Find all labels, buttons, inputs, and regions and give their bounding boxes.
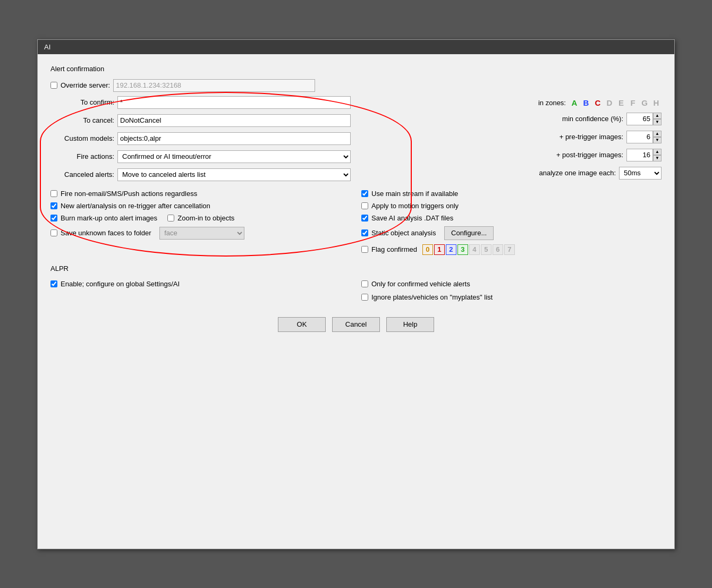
analyze-label: analyze one image each: xyxy=(539,169,616,177)
flag-confirmed-label: Flag confirmed xyxy=(371,245,417,253)
new-alert-checkbox[interactable] xyxy=(50,202,57,209)
min-confidence-row: min confidence (%): ▲ ▼ xyxy=(361,113,662,125)
flag-num-1: 1 xyxy=(434,244,445,255)
fire-actions-select[interactable]: Confirmed or AI timeout/error xyxy=(117,150,351,163)
alpr-only-confirmed-row: Only for confirmed vehicle alerts xyxy=(361,279,662,289)
alpr-enable-label: Enable; configure on global Settings/AI xyxy=(61,280,180,288)
alpr-ignore-plates-checkbox[interactable] xyxy=(361,294,368,301)
post-trigger-input[interactable] xyxy=(626,149,653,161)
use-main-stream-checkbox[interactable] xyxy=(361,190,368,197)
zone-e: E xyxy=(616,98,626,107)
canceled-alerts-select[interactable]: Move to canceled alerts list xyxy=(117,168,351,181)
static-object-row: Static object analysis Configure... xyxy=(361,225,662,241)
alpr-section: ALPR Enable; configure on global Setting… xyxy=(50,265,662,302)
analyze-select[interactable]: 50ms xyxy=(619,167,662,180)
pre-trigger-up[interactable]: ▲ xyxy=(653,131,662,137)
custom-models-label: Custom models: xyxy=(50,134,114,142)
new-alert-label: New alert/analysis on re-trigger after c… xyxy=(61,202,210,210)
override-server-checkbox[interactable] xyxy=(50,82,57,89)
pre-trigger-row: + pre-trigger images: ▲ ▼ xyxy=(361,131,662,143)
save-unknown-faces-checkbox[interactable] xyxy=(50,229,57,236)
new-alert-row: New alert/analysis on re-trigger after c… xyxy=(50,201,351,211)
save-ai-checkbox[interactable] xyxy=(361,215,368,221)
pre-trigger-spinbox: ▲ ▼ xyxy=(626,131,662,143)
min-confidence-label: min confidence (%): xyxy=(562,115,623,123)
flag-num-5: 5 xyxy=(481,244,491,255)
alpr-only-confirmed-label: Only for confirmed vehicle alerts xyxy=(371,280,470,288)
static-object-label: Static object analysis xyxy=(371,229,436,237)
left-form: To confirm: To cancel: Custom models: xyxy=(50,96,351,183)
alpr-enable-row: Enable; configure on global Settings/AI xyxy=(50,279,351,289)
fire-non-email-label: Fire non-email/SMS/Push actions regardle… xyxy=(61,190,197,198)
to-confirm-input[interactable] xyxy=(117,96,351,109)
alpr-title: ALPR xyxy=(50,265,662,272)
to-cancel-input[interactable] xyxy=(117,114,351,127)
zoom-in-checkbox[interactable] xyxy=(167,215,174,221)
canceled-alerts-row: Canceled alerts: Move to canceled alerts… xyxy=(50,168,351,181)
flag-num-6: 6 xyxy=(493,244,503,255)
use-main-stream-row: Use main stream if available xyxy=(361,189,662,199)
burn-markup-checkbox[interactable] xyxy=(50,215,57,221)
min-confidence-down[interactable]: ▼ xyxy=(653,119,662,125)
help-button[interactable]: Help xyxy=(386,317,434,332)
zone-letters: A B C D E F G H xyxy=(569,98,662,107)
flag-num-7: 7 xyxy=(504,244,515,255)
custom-models-input[interactable] xyxy=(117,132,351,145)
pre-trigger-spinbox-btns: ▲ ▼ xyxy=(653,131,662,143)
face-folder-select[interactable]: face xyxy=(159,227,244,240)
save-ai-label: Save AI analysis .DAT files xyxy=(371,214,453,222)
alert-confirmation-section: Alert confirmation Override server: To c… xyxy=(50,65,662,256)
post-trigger-down[interactable]: ▼ xyxy=(653,155,662,161)
use-main-stream-label: Use main stream if available xyxy=(371,190,458,198)
flag-num-0: 0 xyxy=(422,244,433,255)
to-cancel-label: To cancel: xyxy=(50,116,114,124)
override-server-row: Override server: xyxy=(50,79,662,92)
in-zones-label: in zones: xyxy=(538,99,566,107)
apply-motion-row: Apply to motion triggers only xyxy=(361,201,662,211)
right-form: in zones: A B C D E F G H mi xyxy=(361,96,662,183)
to-cancel-row: To cancel: xyxy=(50,114,351,127)
flag-num-4: 4 xyxy=(469,244,480,255)
post-trigger-row: + post-trigger images: ▲ ▼ xyxy=(361,149,662,161)
post-trigger-spinbox-btns: ▲ ▼ xyxy=(653,149,662,161)
checkboxes-area: Fire non-email/SMS/Push actions regardle… xyxy=(50,189,662,256)
to-confirm-row: To confirm: xyxy=(50,96,351,109)
fire-non-email-checkbox[interactable] xyxy=(50,190,57,197)
dialog-title: AI xyxy=(44,43,50,51)
ok-button[interactable]: OK xyxy=(278,317,326,332)
canceled-alerts-label: Canceled alerts: xyxy=(50,171,114,178)
fire-actions-label: Fire actions: xyxy=(50,152,114,160)
zone-h: H xyxy=(651,98,662,107)
pre-trigger-input[interactable] xyxy=(626,131,653,143)
custom-models-row: Custom models: xyxy=(50,132,351,145)
zoom-in-label: Zoom-in to objects xyxy=(177,214,234,222)
to-confirm-label: To confirm: xyxy=(50,98,114,106)
alert-confirmation-title: Alert confirmation xyxy=(50,65,662,73)
burn-markup-row: Burn mark-up onto alert images Zoom-in t… xyxy=(50,213,351,223)
apply-motion-checkbox[interactable] xyxy=(361,202,368,209)
alpr-only-confirmed-checkbox[interactable] xyxy=(361,280,368,287)
alpr-enable-checkbox[interactable] xyxy=(50,280,57,287)
min-confidence-up[interactable]: ▲ xyxy=(653,113,662,119)
pre-trigger-down[interactable]: ▼ xyxy=(653,137,662,143)
pre-trigger-label: + pre-trigger images: xyxy=(560,133,623,141)
flag-num-3: 3 xyxy=(457,244,468,255)
min-confidence-input[interactable] xyxy=(626,113,653,125)
zone-f: F xyxy=(628,98,638,107)
flag-num-2: 2 xyxy=(446,244,456,255)
title-bar: AI xyxy=(38,40,674,54)
cancel-button[interactable]: Cancel xyxy=(332,317,380,332)
analyze-row: analyze one image each: 50ms xyxy=(361,167,662,180)
static-object-checkbox[interactable] xyxy=(361,229,368,236)
configure-button[interactable]: Configure... xyxy=(444,226,494,240)
bottom-buttons: OK Cancel Help xyxy=(50,311,662,336)
save-unknown-faces-label: Save unknown faces to folder xyxy=(61,229,151,237)
min-confidence-spinbox: ▲ ▼ xyxy=(626,113,662,125)
ai-dialog: AI Alert confirmation Override server: T… xyxy=(37,39,675,549)
post-trigger-up[interactable]: ▲ xyxy=(653,149,662,155)
override-server-input[interactable] xyxy=(113,79,315,92)
fire-actions-row: Fire actions: Confirmed or AI timeout/er… xyxy=(50,150,351,163)
flag-numbers: 0 1 2 3 4 5 6 7 xyxy=(422,244,515,255)
alpr-ignore-plates-label: Ignore plates/vehicles on "myplates" lis… xyxy=(371,293,493,301)
flag-confirmed-checkbox[interactable] xyxy=(361,246,368,253)
